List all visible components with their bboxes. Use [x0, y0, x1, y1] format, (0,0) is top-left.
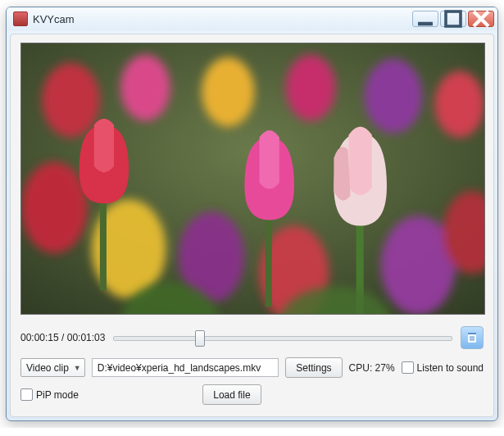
chevron-down-icon: ▼	[74, 364, 81, 372]
pip-mode-label: PiP mode	[36, 389, 79, 401]
svg-rect-23	[468, 333, 476, 334]
maximize-button[interactable]	[440, 11, 466, 27]
app-icon	[13, 11, 28, 26]
client-area: 00:00:15 / 00:01:03 Video clip ▼	[10, 34, 494, 417]
source-dropdown-label: Video clip	[26, 362, 69, 374]
seek-slider[interactable]	[113, 330, 452, 345]
svg-point-9	[365, 59, 423, 134]
time-position-label: 00:00:15 / 00:01:03	[20, 332, 105, 343]
pip-mode-checkbox[interactable]: PiP mode	[20, 388, 79, 401]
svg-point-8	[286, 55, 336, 121]
listen-to-sound-checkbox[interactable]: Listen to sound	[402, 361, 484, 374]
svg-point-6	[120, 55, 170, 121]
controls-row: Video clip ▼ D:¥video¥xperia_hd_landscap…	[20, 357, 484, 378]
cpu-usage-label: CPU: 27%	[349, 362, 395, 374]
window-controls	[412, 11, 494, 27]
video-preview[interactable]	[20, 43, 485, 315]
window-title: KVYcam	[33, 13, 412, 25]
svg-rect-18	[266, 207, 272, 307]
settings-button[interactable]: Settings	[285, 357, 342, 378]
seek-slider-thumb[interactable]	[195, 330, 205, 347]
checkbox-box	[402, 361, 414, 374]
svg-point-10	[434, 71, 484, 138]
load-file-button[interactable]: Load file	[202, 384, 261, 405]
svg-rect-17	[100, 191, 107, 290]
titlebar[interactable]: KVYcam	[7, 7, 497, 30]
svg-point-5	[42, 63, 100, 138]
timeline-row: 00:00:15 / 00:01:03	[20, 326, 484, 349]
source-dropdown[interactable]: Video clip ▼	[20, 358, 85, 377]
svg-point-7	[202, 57, 255, 127]
snapshot-button[interactable]	[461, 326, 484, 349]
close-button[interactable]	[468, 11, 494, 27]
minimize-button[interactable]	[412, 11, 438, 27]
listen-to-sound-label: Listen to sound	[417, 362, 484, 374]
checkbox-box	[20, 388, 33, 401]
svg-point-11	[21, 162, 88, 253]
file-path-field[interactable]: D:¥video¥xperia_hd_landscapes.mkv	[92, 358, 279, 377]
bottom-row: PiP mode Load file	[20, 384, 484, 405]
file-path-text: D:¥video¥xperia_hd_landscapes.mkv	[98, 362, 261, 374]
app-window: KVYcam	[6, 7, 498, 421]
svg-rect-1	[446, 11, 461, 26]
seek-slider-track	[113, 336, 452, 341]
